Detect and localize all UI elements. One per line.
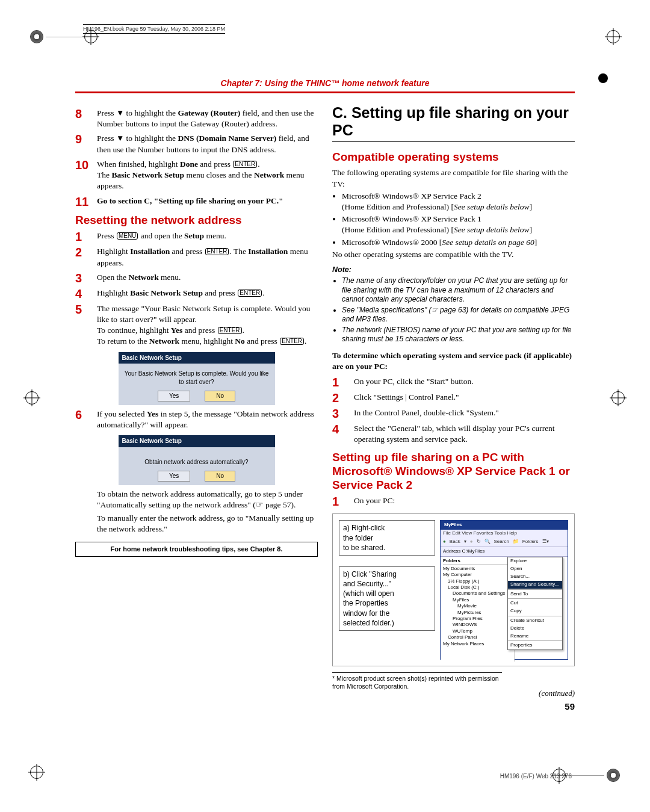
context-menu-item[interactable]: Cut — [508, 600, 562, 607]
text: Setup — [184, 231, 204, 240]
tree-item[interactable]: Documents and Settings — [443, 590, 512, 597]
step-number: 4 — [332, 423, 348, 445]
no-button[interactable]: No — [205, 391, 235, 401]
folders-button[interactable]: Folders — [522, 539, 539, 545]
search-button[interactable]: Search — [494, 539, 509, 545]
yes-button[interactable]: Yes — [158, 391, 190, 401]
address-bar[interactable]: Address C:\MyFiles — [441, 547, 568, 557]
step-11: 11 Go to section C, "Setting up file sha… — [75, 196, 318, 208]
text: Network — [128, 273, 158, 282]
explorer-window: MyFiles File Edit View Favorites Tools H… — [440, 520, 568, 660]
compat-intro: The following operating systems are comp… — [332, 167, 575, 189]
context-menu-item[interactable]: Search... — [508, 573, 562, 581]
tree-item[interactable]: Program Files — [443, 616, 512, 622]
book-running-header: HM196_EN.book Page 59 Tuesday, May 30, 2… — [83, 24, 225, 34]
sp-step-1: 1On your PC: — [332, 495, 575, 507]
tree-item[interactable]: Control Panel — [443, 634, 512, 640]
text: Installation — [130, 247, 170, 256]
text: See setup details below — [454, 225, 530, 234]
context-menu-item[interactable]: Rename — [508, 633, 562, 640]
tree-item[interactable]: MyFiles — [443, 597, 512, 603]
text: and Security..." — [343, 580, 391, 588]
step-number: 3 — [75, 272, 91, 284]
step-number: 9 — [75, 133, 91, 155]
callout-b: b) Click "Sharing and Security..." (whic… — [339, 566, 435, 631]
text: menu, highlight — [179, 336, 235, 346]
text: Installation — [248, 247, 288, 256]
text: and press — [245, 336, 279, 346]
dialog-buttons: Yes No — [122, 471, 271, 482]
folder-tree[interactable]: Folders My Documents My Computer 3½ Flop… — [441, 557, 515, 662]
list-item: Microsoft® Windows® XP Service Pack 2(Ho… — [342, 191, 575, 212]
callout-a: a) Right-click the folder to be shared. — [339, 520, 435, 556]
yes-button[interactable]: Yes — [158, 471, 190, 482]
reset-step-5: 5 The message "Your Basic Network Setup … — [75, 303, 318, 347]
step-number: 11 — [75, 196, 91, 208]
text: . — [262, 288, 264, 297]
text: ] — [530, 225, 533, 234]
callouts: a) Right-click the folder to be shared. … — [339, 520, 435, 660]
text: b) Click "Sharing — [343, 570, 397, 578]
context-menu-item[interactable]: Send To — [508, 590, 562, 598]
text: ] — [534, 238, 537, 247]
reg-solid-top-right — [598, 73, 608, 85]
footer-doc-id: HM196 (E/F) Web 213:276 — [500, 773, 572, 779]
step-number: 1 — [332, 376, 348, 388]
det-step-1: 1On your PC, click the "Start" button. — [332, 376, 575, 388]
step-number: 1 — [332, 495, 348, 507]
dialog-title: Basic Network Setup — [119, 435, 275, 447]
heading-compat-os: Compatible operating systems — [332, 150, 575, 164]
enter-key-icon: ENTER — [238, 290, 262, 297]
back-button[interactable]: Back — [450, 539, 460, 545]
text: selected folder.) — [343, 619, 394, 627]
text: menu. — [204, 231, 226, 240]
tree-item[interactable]: My Network Places — [443, 641, 512, 647]
context-menu-item[interactable]: Create Shortcut — [508, 617, 562, 625]
reg-mark-mid-left — [25, 391, 39, 408]
det-step-2: 2Click "Settings | Control Panel." — [332, 392, 575, 404]
tree-item[interactable]: My Computer — [443, 572, 512, 578]
list-item: See "Media specifications" (☞ page 63) f… — [342, 306, 575, 324]
step-number: 1 — [75, 231, 91, 243]
text: Basic Network Setup — [130, 288, 203, 297]
context-menu-item[interactable]: Open — [508, 565, 562, 573]
after-dialog-text: To obtain the network address automatica… — [97, 489, 318, 535]
tree-item[interactable]: MyPictures — [443, 610, 512, 616]
step-body: If you selected Yes in step 5, the messa… — [97, 409, 318, 430]
tree-item[interactable]: Local Disk (C:) — [443, 584, 512, 590]
tree-item[interactable]: My Documents — [443, 566, 512, 572]
step-10: 10 When finished, highlight Done and pre… — [75, 159, 318, 192]
step-number: 3 — [332, 408, 348, 420]
tree-header: Folders — [443, 558, 512, 565]
context-menu-item[interactable]: Explore — [508, 557, 562, 565]
two-columns: 8 Press ▼ to highlight the Gateway (Rout… — [75, 104, 575, 713]
context-menu-item[interactable]: Delete — [508, 625, 562, 633]
tree-item[interactable]: 3½ Floppy (A:) — [443, 578, 512, 584]
tree-item[interactable]: MyMovie — [443, 603, 512, 609]
left-column: 8 Press ▼ to highlight the Gateway (Rout… — [75, 104, 318, 713]
list-item: Microsoft® Windows® XP Service Pack 1(Ho… — [342, 214, 575, 235]
tree-item[interactable]: WUTemp — [443, 628, 512, 634]
step-number: 5 — [75, 303, 91, 347]
text: Microsoft® Windows® XP Service Pack 1 — [342, 214, 481, 223]
determine-heading: To determine which operating system and … — [332, 350, 575, 372]
text: the Properties — [343, 599, 388, 607]
text: Network — [149, 336, 179, 346]
text: . The — [229, 247, 248, 256]
text: Gateway (Router) — [178, 108, 241, 117]
context-menu[interactable]: ExploreOpenSearch...Sharing and Security… — [507, 557, 563, 650]
no-button[interactable]: No — [205, 471, 235, 482]
reset-step-4: 4 Highlight Basic Network Setup and pres… — [75, 288, 318, 300]
window-title: MyFiles — [441, 521, 568, 530]
step-body: Highlight Installation and press ENTER. … — [97, 246, 318, 268]
context-menu-item[interactable]: Properties — [508, 642, 562, 649]
context-menu-item[interactable]: Sharing and Security... — [508, 581, 562, 589]
text: (Home Edition and Professional) [ — [342, 225, 454, 234]
window-toolbar: ●Back▾ ● ↻ 🔍Search 📁Folders ☰▾ — [441, 538, 568, 547]
tree-item[interactable]: WINDOWS — [443, 622, 512, 628]
det-step-3: 3In the Control Panel, double-click "Sys… — [332, 408, 575, 420]
context-menu-item[interactable]: Copy — [508, 607, 562, 615]
text: and open the — [138, 231, 184, 240]
text: and press — [182, 326, 217, 335]
text: menu closes and the — [184, 170, 254, 179]
